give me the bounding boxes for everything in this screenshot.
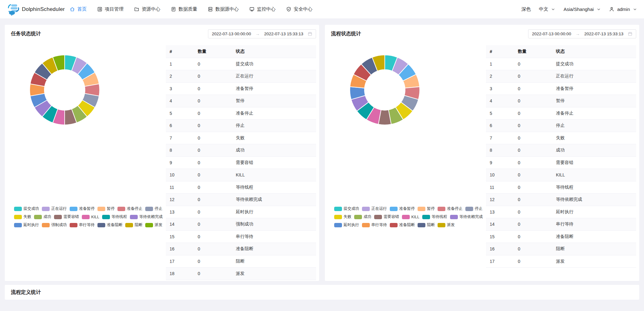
table-cell: 8 [166, 144, 194, 157]
nav-item-label: 数据质量 [178, 6, 197, 12]
legend-item[interactable]: 准备停止 [438, 206, 463, 211]
legend-item[interactable]: 延时执行 [334, 222, 359, 228]
legend-item[interactable]: 派发 [438, 222, 455, 228]
legend-item[interactable]: 暂停 [418, 206, 435, 211]
table-cell: 0 [194, 181, 232, 194]
date-range-picker[interactable]: 2022-07-13 00:00:00 → 2022-07-13 15:33:1… [208, 29, 316, 38]
legend-item[interactable]: 暂停 [97, 206, 115, 211]
datasource-icon [208, 7, 213, 12]
legend-swatch [438, 223, 445, 227]
dashboard: 任务状态统计 2022-07-13 00:00:00 → 2022-07-13 … [0, 19, 644, 300]
table-cell: 派发 [232, 268, 316, 280]
legend-item[interactable]: 准备停止 [117, 206, 142, 211]
chart-area: 提交成功正在运行准备暂停暂停准备停止停止失败成功需要容错KILL等待线程等待依赖… [5, 41, 166, 281]
legend-swatch [42, 223, 50, 227]
legend-item[interactable]: 阻断 [125, 222, 142, 228]
legend-item[interactable]: 成功 [34, 214, 51, 220]
table-cell: 12 [486, 194, 514, 206]
theme-toggle-button[interactable]: 深色 [521, 6, 531, 12]
table-cell: 11 [166, 181, 194, 194]
table-cell: KILL [232, 169, 316, 181]
legend-item[interactable]: 提交成功 [334, 206, 359, 211]
legend-item[interactable]: 等待依赖完成 [130, 214, 163, 220]
legend-item[interactable]: 停止 [465, 206, 483, 211]
table-cell: 5 [166, 107, 194, 120]
legend-swatch [125, 223, 133, 227]
nav-item-0[interactable]: 首页 [70, 6, 87, 12]
legend-swatch [34, 215, 42, 219]
legend-swatch [14, 207, 22, 211]
legend-item[interactable]: 正在运行 [42, 206, 67, 211]
legend-item[interactable]: 延时执行 [14, 222, 39, 228]
legend-item[interactable]: 等待线程 [102, 214, 127, 220]
table-cell: 0 [514, 107, 552, 120]
card-title: 流程定义统计 [11, 289, 41, 296]
nav-item-6[interactable]: 安全中心 [286, 6, 312, 12]
brand-name: DolphinScheduler [22, 6, 65, 12]
legend-item[interactable]: 需要容错 [374, 214, 399, 220]
nav-item-label: 资源中心 [141, 6, 160, 12]
table-cell: 失败 [552, 132, 636, 144]
nav-item-1[interactable]: 项目管理 [97, 6, 123, 12]
nav-item-4[interactable]: 数据源中心 [208, 6, 239, 12]
date-range-picker[interactable]: 2022-07-13 00:00:00 → 2022-07-13 15:33:1… [528, 29, 636, 38]
resources-folder-icon [134, 7, 139, 12]
table-row: 130延时执行 [166, 206, 316, 218]
top-navbar: DolphinScheduler 首页项目管理资源中心数据质量数据源中心监控中心… [0, 0, 644, 19]
table-cell: 0 [194, 132, 232, 144]
table-cell: 1 [486, 58, 514, 70]
legend-item[interactable]: 提交成功 [14, 206, 39, 211]
chevron-down-icon [551, 7, 555, 12]
legend-label: 准备暂停 [399, 206, 415, 211]
table-cell: 0 [514, 255, 552, 268]
legend-swatch [14, 223, 22, 227]
table-cell: 阻断 [552, 243, 636, 255]
legend-item[interactable]: 串行等待 [70, 222, 95, 228]
legend-item[interactable]: 准备阻断 [97, 222, 122, 228]
legend-label: 需要容错 [63, 214, 79, 220]
legend-swatch [82, 215, 90, 219]
user-menu[interactable]: admin [609, 7, 637, 12]
legend-item[interactable]: 正在运行 [362, 206, 387, 211]
legend-item[interactable]: 等待依赖完成 [450, 214, 483, 220]
legend-swatch [97, 207, 105, 211]
legend-item[interactable]: 失败 [14, 214, 31, 220]
table-row: 40暂停 [166, 95, 316, 107]
table-cell: 15 [166, 230, 194, 243]
nav-item-3[interactable]: 数据质量 [171, 6, 197, 12]
legend-item[interactable]: 准备暂停 [70, 206, 95, 211]
table-cell: 10 [486, 169, 514, 181]
legend-item[interactable]: 派发 [145, 222, 162, 228]
nav-item-5[interactable]: 监控中心 [249, 6, 275, 12]
legend-label: 正在运行 [371, 206, 387, 211]
legend-row: 延时执行强制成功串行等待准备阻断阻断派发 [14, 222, 163, 228]
table-cell: 等待线程 [232, 181, 316, 194]
nav-item-2[interactable]: 资源中心 [134, 6, 160, 12]
table-row: 50准备停止 [166, 107, 316, 120]
legend-label: 提交成功 [344, 206, 359, 211]
legend-item[interactable]: KILL [402, 215, 419, 219]
legend-item[interactable]: 阻断 [418, 222, 435, 228]
legend-item[interactable]: 等待线程 [422, 214, 447, 220]
legend-item[interactable]: 强制成功 [42, 222, 67, 228]
legend-item[interactable]: 成功 [354, 214, 371, 220]
table-cell: 需要容错 [552, 156, 636, 169]
legend-item[interactable]: 准备暂停 [390, 206, 415, 211]
language-select[interactable]: 中文 [539, 6, 555, 12]
legend-item[interactable]: 需要容错 [54, 214, 79, 220]
table-cell: 准备暂停 [552, 82, 636, 95]
task-state-card: 任务状态统计 2022-07-13 00:00:00 → 2022-07-13 … [4, 24, 320, 281]
legend-item[interactable]: 准备阻断 [390, 222, 415, 228]
table-cell: 0 [194, 156, 232, 169]
table-cell: 暂停 [552, 95, 636, 107]
legend-item[interactable]: 停止 [145, 206, 162, 211]
table-cell: 提交成功 [232, 58, 316, 70]
timezone-select[interactable]: Asia/Shanghai [563, 7, 601, 12]
legend-item[interactable]: 失败 [334, 214, 351, 220]
legend-label: 等待线程 [111, 214, 127, 220]
legend-item[interactable]: 串行等待 [362, 222, 387, 228]
nav-item-label: 项目管理 [105, 6, 123, 12]
user-icon [609, 7, 614, 12]
nav-item-label: 数据源中心 [215, 6, 239, 12]
legend-item[interactable]: KILL [82, 215, 99, 219]
